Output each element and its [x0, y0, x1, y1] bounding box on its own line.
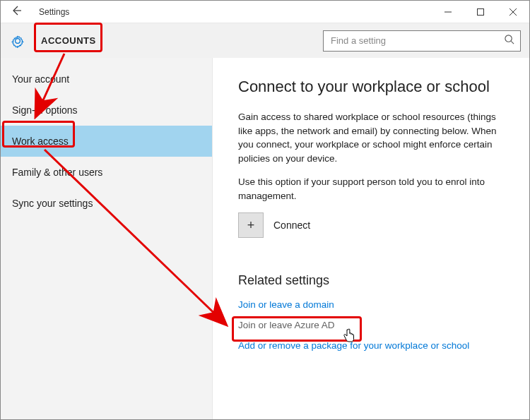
sidebar-item-your-account[interactable]: Your account	[1, 64, 212, 95]
window-controls	[432, 1, 529, 23]
titlebar: Settings	[1, 1, 529, 23]
connect-label: Connect	[273, 220, 310, 231]
sidebar-item-sync-settings[interactable]: Sync your settings	[1, 188, 212, 219]
gear-icon[interactable]	[11, 34, 25, 48]
svg-rect-1	[478, 8, 484, 15]
svg-point-4	[505, 35, 512, 42]
link-add-remove-package[interactable]: Add or remove a package for your workpla…	[238, 340, 508, 351]
maximize-button[interactable]	[464, 1, 497, 23]
back-button[interactable]	[11, 5, 22, 18]
sidebar-item-label: Sign-in options	[12, 104, 78, 116]
page-heading: Connect to your workplace or school	[238, 78, 508, 96]
connect-button[interactable]: +	[238, 212, 264, 238]
sidebar-item-sign-in-options[interactable]: Sign-in options	[1, 95, 212, 126]
sidebar-item-label: Work access	[12, 136, 69, 147]
header: ACCOUNTS Find a setting	[1, 23, 529, 58]
sidebar-item-family-other-users[interactable]: Family & other users	[1, 157, 212, 188]
plus-icon: +	[247, 218, 255, 233]
minimize-button[interactable]	[432, 1, 464, 23]
sidebar-item-label: Your account	[12, 73, 69, 85]
window-title: Settings	[39, 7, 69, 17]
sidebar-item-label: Family & other users	[12, 167, 102, 178]
sidebar: Your account Sign-in options Work access…	[1, 58, 213, 419]
paragraph: Gain access to shared workplace or schoo…	[238, 110, 500, 165]
main-content: Connect to your workplace or school Gain…	[213, 58, 529, 419]
search-placeholder: Find a setting	[331, 35, 386, 46]
sidebar-item-label: Sync your settings	[12, 198, 93, 209]
close-button[interactable]	[497, 1, 529, 23]
search-icon	[504, 34, 514, 47]
link-join-leave-domain[interactable]: Join or leave a domain	[238, 299, 508, 310]
breadcrumb-accounts[interactable]: ACCOUNTS	[34, 31, 103, 50]
related-settings-heading: Related settings	[238, 273, 508, 288]
link-join-leave-azure-ad[interactable]: Join or leave Azure AD	[238, 320, 508, 330]
sidebar-item-work-access[interactable]: Work access	[1, 126, 212, 157]
svg-line-5	[511, 41, 514, 44]
paragraph: Use this option if your support person t…	[238, 175, 500, 203]
search-input[interactable]: Find a setting	[323, 30, 521, 52]
